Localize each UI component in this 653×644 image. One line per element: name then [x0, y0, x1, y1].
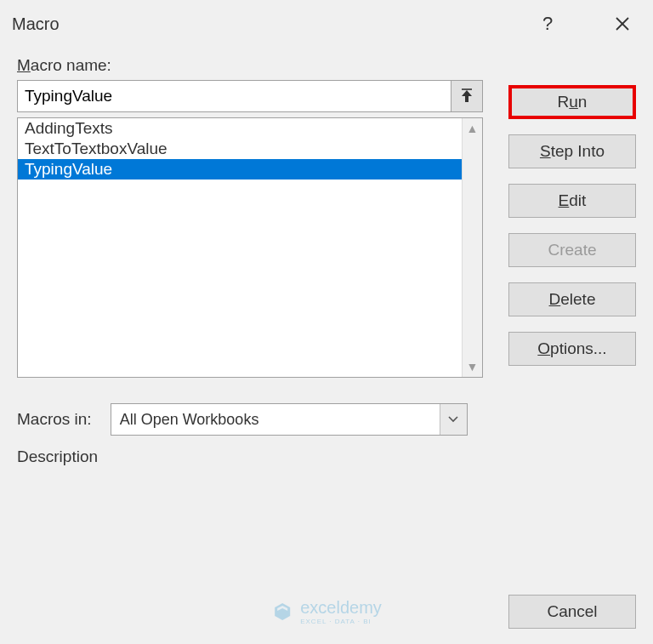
dialog-content: Macro name: AddingTexts TextToTextboxVal…: [0, 44, 653, 644]
macros-in-label: Macros in:: [17, 410, 92, 429]
scrollbar[interactable]: ▲ ▼: [462, 118, 482, 377]
list-item[interactable]: TextToTextboxValue: [18, 139, 462, 159]
watermark-subtext: EXCEL · DATA · BI: [300, 618, 382, 625]
create-button: Create: [508, 233, 636, 267]
watermark: exceldemy EXCEL · DATA · BI: [271, 598, 382, 625]
select-value: All Open Workbooks: [120, 411, 259, 429]
goto-button[interactable]: [451, 80, 483, 112]
macros-in-row: Macros in: All Open Workbooks: [17, 403, 483, 436]
bottom-buttons: Cancel: [508, 595, 636, 629]
main-columns: Macro name: AddingTexts TextToTextboxVal…: [17, 56, 636, 471]
macro-name-input[interactable]: [17, 80, 451, 112]
description-label: Description: [17, 447, 483, 466]
scroll-down-icon: ▼: [467, 360, 479, 373]
run-button[interactable]: Run: [508, 85, 636, 119]
options-button[interactable]: Options...: [508, 332, 636, 366]
window-title: Macro: [12, 14, 529, 34]
chevron-down-icon: [440, 404, 467, 435]
delete-button[interactable]: Delete: [508, 282, 636, 316]
left-column: Macro name: AddingTexts TextToTextboxVal…: [17, 56, 483, 471]
macros-in-select[interactable]: All Open Workbooks: [111, 403, 468, 436]
macro-listbox[interactable]: AddingTexts TextToTextboxValue TypingVal…: [17, 117, 483, 378]
macro-list-items: AddingTexts TextToTextboxValue TypingVal…: [18, 118, 462, 377]
titlebar: Macro ?: [0, 0, 653, 44]
help-button[interactable]: ?: [529, 9, 566, 39]
cancel-button[interactable]: Cancel: [508, 595, 636, 629]
close-button[interactable]: [604, 9, 641, 39]
right-column: Run Step Into Edit Create Delete Options…: [508, 56, 636, 471]
watermark-icon: [271, 601, 293, 623]
macro-name-input-wrap: [17, 80, 483, 112]
list-item[interactable]: TypingValue: [18, 159, 462, 180]
step-into-button[interactable]: Step Into: [508, 134, 636, 168]
up-arrow-icon: [460, 88, 474, 104]
list-item[interactable]: AddingTexts: [18, 118, 462, 139]
edit-button[interactable]: Edit: [508, 184, 636, 218]
watermark-text: exceldemy: [300, 598, 382, 618]
scroll-up-icon: ▲: [467, 122, 479, 135]
macro-name-label: Macro name:: [17, 56, 483, 75]
macro-dialog: Macro ? Macro name: AddingTexts TextToTe: [0, 0, 653, 644]
close-icon: [615, 16, 630, 31]
